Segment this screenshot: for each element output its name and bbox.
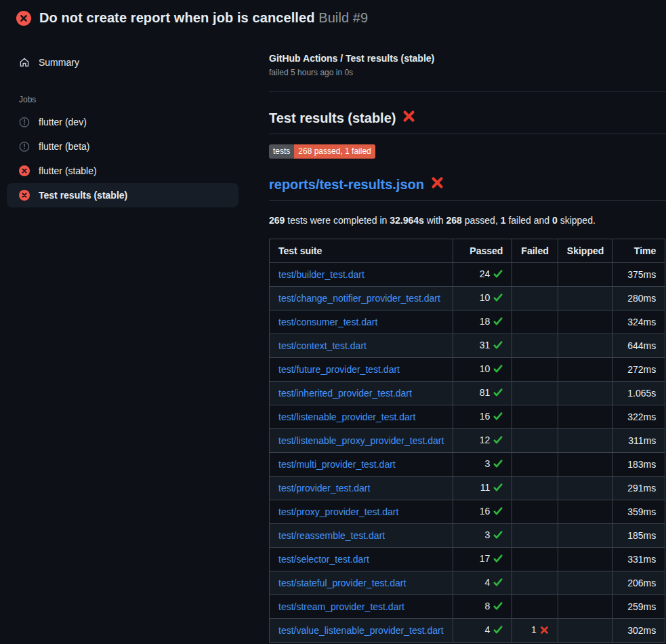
suite-link[interactable]: test/stream_provider_test.dart [278, 601, 404, 612]
failed-cell: 1 [512, 619, 558, 643]
passed-cell: 11 [453, 477, 512, 500]
failed-cell [512, 358, 558, 382]
run-status-line: failed 5 hours ago in 0s [269, 68, 666, 77]
sidebar-item-label: flutter (stable) [39, 165, 97, 176]
count-value: 16 [480, 506, 491, 517]
check-mark-icon [493, 529, 503, 543]
summary-total: 269 [269, 215, 285, 226]
skipped-cell [558, 595, 612, 619]
suite-cell: test/reassemble_test.dart [270, 524, 453, 548]
suite-link[interactable]: test/value_listenable_provider_test.dart [278, 625, 444, 636]
passed-cell: 17 [453, 548, 512, 571]
count-value: 18 [480, 316, 491, 327]
suite-link[interactable]: test/consumer_test.dart [278, 317, 377, 327]
passed-cell: 4 [453, 571, 512, 595]
time-cell: 359ms [613, 500, 665, 524]
suite-link[interactable]: test/provider_test.dart [278, 483, 370, 494]
suite-link[interactable]: test/builder_test.dart [278, 269, 365, 280]
check-mark-icon [493, 387, 503, 401]
count-value: 10 [480, 292, 491, 303]
suite-link[interactable]: test/future_provider_test.dart [278, 364, 400, 375]
sidebar-item-label: flutter (dev) [39, 117, 87, 127]
test-summary-text: 269 tests were completed in 32.964s with… [269, 214, 666, 227]
stop-icon [19, 141, 30, 152]
divider [269, 92, 666, 92]
check-mark-icon [493, 411, 503, 424]
sidebar-item-summary[interactable]: Summary [7, 50, 238, 75]
suite-link[interactable]: test/reassemble_test.dart [278, 530, 385, 541]
breadcrumb: GitHub Actions / Test results (stable) [269, 53, 666, 64]
table-row: test/consumer_test.dart18324ms [270, 310, 665, 334]
skipped-cell [558, 405, 612, 429]
badge-label: tests [269, 144, 294, 159]
column-header-skipped: Skipped [558, 239, 612, 263]
sidebar-item-job[interactable]: flutter (beta) [7, 134, 238, 159]
skipped-cell [558, 334, 612, 358]
suite-link[interactable]: test/change_notifier_provider_test.dart [278, 293, 440, 304]
summary-skipped: 0 [552, 215, 558, 226]
passed-cell: 4 [453, 619, 512, 643]
time-cell: 311ms [613, 429, 665, 453]
workflow-run-title: Do not create report when job is cancell… [39, 10, 315, 25]
check-mark-icon [493, 292, 503, 306]
x-circle-icon [19, 165, 30, 176]
count-value: 24 [480, 268, 491, 279]
suite-link[interactable]: test/proxy_provider_test.dart [278, 506, 398, 517]
sidebar-item-job[interactable]: flutter (dev) [7, 110, 238, 134]
failed-cell [512, 477, 558, 500]
badge-value: 268 passed, 1 failed [294, 144, 375, 159]
skipped-cell [558, 429, 612, 453]
failed-cell [512, 405, 558, 429]
suite-link[interactable]: test/context_test.dart [278, 340, 367, 351]
passed-cell: 16 [453, 500, 512, 524]
check-mark-icon [493, 577, 503, 590]
suite-link[interactable]: test/multi_provider_test.dart [278, 459, 396, 470]
check-mark-icon [493, 601, 503, 614]
count-value: 11 [480, 482, 491, 493]
build-header: Do not create report when job is cancell… [0, 0, 666, 31]
time-cell: 302ms [613, 619, 665, 643]
suite-link[interactable]: test/listenable_proxy_provider_test.dart [278, 435, 444, 446]
sidebar-item-label: Test results (stable) [39, 190, 127, 201]
sidebar: Summary Jobs flutter (dev)flutter (beta)… [0, 31, 269, 207]
count-value: 12 [480, 435, 491, 445]
time-cell: 280ms [613, 287, 665, 310]
time-cell: 644ms [613, 334, 665, 358]
skipped-cell [558, 524, 612, 548]
table-row: test/selector_test.dart17331ms [270, 548, 665, 571]
jobs-list: flutter (dev)flutter (beta)flutter (stab… [7, 110, 238, 207]
table-row: test/stream_provider_test.dart8259ms [270, 595, 665, 619]
count-value: 10 [480, 363, 491, 374]
tests-badge: tests 268 passed, 1 failed [269, 144, 375, 159]
skipped-cell [558, 358, 612, 382]
count-value: 1 [531, 624, 537, 635]
stop-icon [19, 117, 30, 127]
failed-cell [512, 500, 558, 524]
suite-link[interactable]: test/selector_test.dart [278, 554, 369, 565]
failed-cell [512, 524, 558, 548]
table-body: test/builder_test.dart24375mstest/change… [270, 263, 665, 643]
check-mark-icon [493, 624, 503, 638]
table-row: test/multi_provider_test.dart3183ms [270, 453, 665, 477]
suite-cell: test/stream_provider_test.dart [270, 595, 453, 619]
suite-link[interactable]: test/listenable_provider_test.dart [278, 411, 415, 422]
suite-link[interactable]: test/stateful_provider_test.dart [278, 578, 406, 588]
suite-link[interactable]: test/inherited_provider_test.dart [278, 388, 412, 399]
count-value: 31 [480, 340, 491, 350]
suite-cell: test/listenable_proxy_provider_test.dart [270, 429, 453, 453]
suite-cell: test/value_listenable_provider_test.dart [270, 619, 453, 643]
report-file-link[interactable]: reports/test-results.json [269, 177, 424, 193]
suite-cell: test/proxy_provider_test.dart [270, 500, 453, 524]
failed-cell [512, 263, 558, 287]
check-mark-icon [493, 340, 503, 353]
summary-duration: 32.964s [390, 215, 424, 226]
suite-cell: test/inherited_provider_test.dart [270, 382, 453, 405]
summary-failed: 1 [501, 215, 506, 226]
skipped-cell [558, 310, 612, 334]
sidebar-item-job[interactable]: Test results (stable) [7, 183, 238, 207]
failed-cell [512, 382, 558, 405]
sidebar-item-job[interactable]: flutter (stable) [7, 159, 238, 183]
passed-cell: 3 [453, 453, 512, 477]
failed-cell [512, 571, 558, 595]
failed-cell [512, 287, 558, 310]
